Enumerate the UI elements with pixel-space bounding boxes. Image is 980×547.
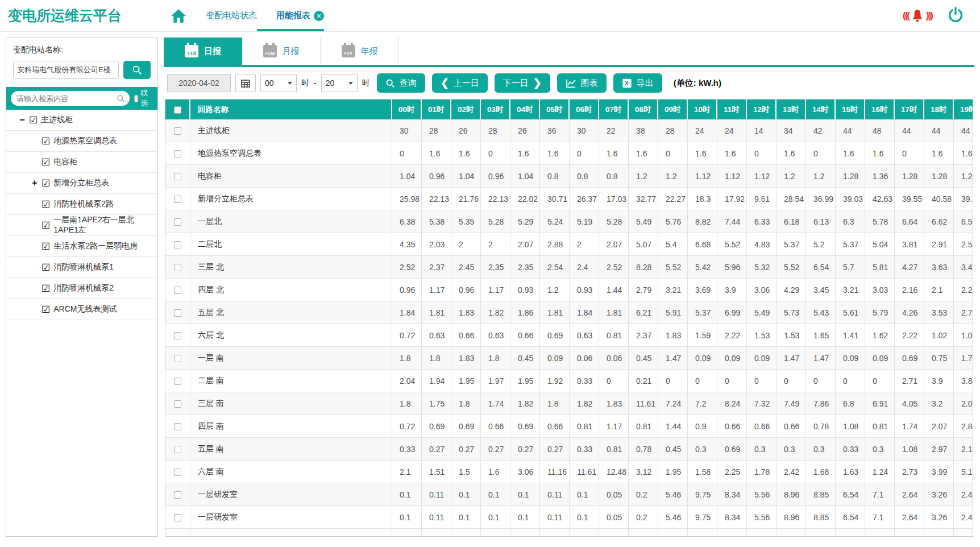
value-cell: 5.4 bbox=[658, 233, 688, 256]
tree-item[interactable]: ☑生活水泵2路一层弱电房 bbox=[6, 236, 157, 257]
alarm-bell-icon[interactable]: ((())) bbox=[903, 9, 932, 23]
checked-checkbox-icon[interactable]: ☑ bbox=[29, 115, 38, 125]
row-checkbox[interactable] bbox=[174, 241, 181, 248]
checked-checkbox-icon[interactable]: ☑ bbox=[41, 179, 50, 188]
tree-item[interactable]: ☑地源热泵空调总表 bbox=[6, 131, 157, 152]
next-day-button[interactable]: 下一日 ❯ bbox=[495, 73, 550, 93]
row-checkbox[interactable] bbox=[174, 309, 181, 317]
row-checkbox[interactable] bbox=[174, 150, 181, 158]
tab-substation-status[interactable]: 变配电站状态 bbox=[206, 10, 257, 21]
calendar-picker-button[interactable] bbox=[235, 74, 256, 92]
value-cell: 0.78 bbox=[806, 415, 836, 438]
value-cell: 5.38 bbox=[422, 210, 451, 233]
row-select-cell[interactable] bbox=[165, 483, 190, 506]
prev-day-button[interactable]: ❮ 上一日 bbox=[432, 73, 488, 93]
row-checkbox[interactable] bbox=[174, 446, 181, 453]
tree-item[interactable]: ☑消防喷淋机械泵2 bbox=[6, 278, 157, 299]
value-cell: 44 bbox=[954, 119, 973, 142]
row-checkbox[interactable] bbox=[174, 491, 181, 499]
header-select-all-cell[interactable] bbox=[165, 100, 190, 119]
power-icon[interactable] bbox=[947, 6, 964, 26]
row-select-cell[interactable] bbox=[165, 415, 190, 438]
row-select-cell[interactable] bbox=[165, 301, 190, 324]
row-select-cell[interactable] bbox=[165, 256, 190, 279]
checked-checkbox-icon[interactable]: ☑ bbox=[41, 200, 50, 209]
row-checkbox[interactable] bbox=[174, 400, 181, 408]
station-search-button[interactable] bbox=[123, 61, 151, 79]
date-input[interactable] bbox=[167, 74, 231, 92]
row-checkbox[interactable] bbox=[174, 127, 181, 135]
tree-item[interactable]: +☑新增分立柜总表 bbox=[6, 173, 157, 194]
value-cell: 0.81 bbox=[865, 415, 895, 438]
row-select-cell[interactable] bbox=[165, 438, 190, 461]
row-select-cell[interactable] bbox=[165, 370, 190, 392]
checked-checkbox-icon[interactable]: ☑ bbox=[41, 242, 50, 251]
value-cell: 0.27 bbox=[451, 438, 481, 461]
checked-checkbox-icon[interactable]: ☑ bbox=[41, 221, 50, 230]
tree-item[interactable]: ☑消防喷淋机械泵1 bbox=[6, 257, 157, 278]
row-checkbox[interactable] bbox=[174, 332, 181, 339]
row-select-cell[interactable] bbox=[165, 324, 190, 347]
tree-item[interactable]: ☑一层南1APE2右一层北1APE1左 bbox=[6, 215, 157, 236]
value-cell: 1.82 bbox=[570, 392, 599, 415]
row-checkbox[interactable] bbox=[174, 378, 181, 385]
row-checkbox[interactable] bbox=[174, 469, 181, 476]
value-cell: 2.64 bbox=[895, 483, 924, 506]
row-select-cell[interactable] bbox=[165, 188, 190, 210]
row-checkbox[interactable] bbox=[174, 196, 181, 203]
collapse-icon[interactable]: − bbox=[19, 115, 26, 125]
checked-checkbox-icon[interactable]: ☑ bbox=[41, 284, 50, 293]
row-checkbox[interactable] bbox=[174, 514, 181, 521]
row-checkbox[interactable] bbox=[174, 423, 181, 430]
query-button[interactable]: 查询 bbox=[377, 73, 425, 93]
tree-item[interactable]: ☑ARCM无线表测试 bbox=[6, 299, 157, 320]
value-cell: 1.8 bbox=[481, 347, 510, 370]
tab-daily-report[interactable]: +1d 日报 bbox=[164, 38, 242, 65]
checked-checkbox-icon[interactable]: ☑ bbox=[41, 305, 50, 314]
row-select-cell[interactable] bbox=[165, 233, 190, 256]
value-cell: 0 bbox=[865, 370, 895, 392]
row-select-cell[interactable] bbox=[165, 210, 190, 233]
row-select-cell[interactable] bbox=[165, 119, 190, 142]
row-select-cell[interactable] bbox=[165, 279, 190, 301]
checked-checkbox-icon[interactable]: ☑ bbox=[41, 136, 50, 146]
tab-yearly-report[interactable]: +1Y 年报 bbox=[321, 38, 399, 65]
row-checkbox[interactable] bbox=[174, 355, 181, 362]
tree-item[interactable]: ☑消防栓机械泵2路 bbox=[6, 194, 157, 215]
value-cell: 1.8 bbox=[540, 392, 570, 415]
expand-icon[interactable]: + bbox=[31, 178, 38, 188]
row-checkbox[interactable] bbox=[174, 218, 181, 226]
header-hour: 14时 bbox=[806, 100, 836, 119]
checked-checkbox-icon[interactable]: ☑ bbox=[41, 263, 50, 272]
hour-from-select[interactable]: 00 bbox=[260, 74, 297, 92]
value-cell: 3.53 bbox=[924, 301, 954, 324]
tab-monthly-report[interactable]: +1M 月报 bbox=[242, 38, 321, 65]
row-select-cell[interactable] bbox=[165, 392, 190, 415]
value-cell: 8.96 bbox=[776, 506, 806, 529]
row-select-cell[interactable] bbox=[165, 461, 190, 483]
cascade-checkbox[interactable] bbox=[134, 95, 138, 102]
station-name-input[interactable] bbox=[13, 61, 119, 79]
export-button[interactable]: X 导出 bbox=[613, 73, 662, 93]
tree-search-input[interactable] bbox=[16, 94, 117, 103]
chart-button[interactable]: 图表 bbox=[557, 73, 607, 93]
hour-to-select[interactable]: 20 bbox=[321, 74, 358, 92]
tree-item[interactable]: −☑主进线柜 bbox=[6, 110, 157, 131]
row-select-cell[interactable] bbox=[165, 506, 190, 529]
select-all-checkbox[interactable] bbox=[174, 106, 181, 114]
value-cell: 1.53 bbox=[747, 324, 776, 347]
tree-item[interactable]: ☑电容柜 bbox=[6, 152, 157, 173]
row-checkbox[interactable] bbox=[174, 264, 181, 271]
row-select-cell[interactable] bbox=[165, 142, 190, 165]
row-select-cell[interactable] bbox=[165, 347, 190, 370]
report-table-scroll-area[interactable]: 回路名称00时01时02时03时04时05时06时07时08时09时10时11时… bbox=[165, 99, 973, 537]
row-checkbox[interactable] bbox=[174, 287, 181, 294]
home-icon[interactable] bbox=[171, 9, 186, 23]
tree-search-box[interactable] bbox=[11, 91, 130, 106]
row-checkbox[interactable] bbox=[174, 173, 181, 180]
row-select-cell[interactable] bbox=[165, 165, 190, 188]
checked-checkbox-icon[interactable]: ☑ bbox=[41, 158, 50, 167]
close-tab-icon[interactable]: ✕ bbox=[314, 11, 324, 21]
value-cell: 5.96 bbox=[717, 256, 747, 279]
tab-energy-report[interactable]: 用能报表 ✕ bbox=[276, 10, 324, 21]
